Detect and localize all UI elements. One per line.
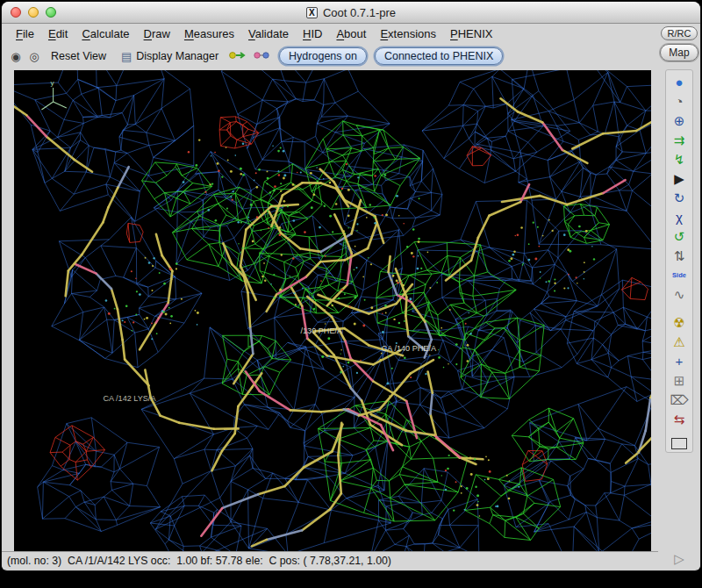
- zoom-button[interactable]: [46, 7, 56, 18]
- real-space-refine-icon[interactable]: ⇉: [668, 131, 691, 149]
- auto-fit-rotamer-icon[interactable]: ↻: [668, 189, 691, 207]
- hydrogens-label: Hydrogens on: [289, 50, 357, 62]
- svg-text:CA /142 LYS/A: CA /142 LYS/A: [103, 394, 156, 403]
- x11-app-icon: X: [306, 7, 318, 18]
- hydrogens-toggle[interactable]: Hydrogens on: [279, 47, 367, 65]
- electron-density-scene[interactable]: y/130 PHE/ACA /140 PHE/ACA /142 LYS/A: [14, 70, 651, 551]
- menu-measures[interactable]: Measures: [177, 25, 241, 42]
- toolbar-separator: [668, 429, 691, 437]
- minimize-button[interactable]: [28, 7, 39, 18]
- status-bar: (mol. no: 3) CA /1/A/142 LYS occ: 1.00 b…: [2, 551, 658, 570]
- toolbar-separator: [668, 305, 691, 312]
- menu-validate[interactable]: Validate: [241, 25, 296, 42]
- add-terminal-residue-icon[interactable]: +: [668, 352, 691, 370]
- rrc-button[interactable]: R/RC: [661, 26, 698, 40]
- undo-redo-icon[interactable]: ⇆: [668, 410, 691, 428]
- display-manager-button[interactable]: ▤ Display Manager: [116, 48, 224, 65]
- menu-edit[interactable]: Edit: [41, 25, 75, 42]
- rotate-translate-icon[interactable]: ⊕: [668, 111, 691, 130]
- flip-peptide-icon[interactable]: ⇅: [668, 247, 691, 265]
- main-toolbar: ◉ ◎ Reset View ▤ Display Manager: [2, 44, 658, 68]
- menu-calculate[interactable]: Calculate: [75, 25, 136, 42]
- display-manager-icon: ▤: [121, 50, 132, 63]
- menubar: FileEditCalculateDrawMeasuresValidateHID…: [2, 24, 658, 44]
- edit-chi-angles-icon[interactable]: χ: [668, 208, 691, 226]
- coot-window: X Coot 0.7.1-pre FileEditCalculateDrawMe…: [2, 2, 700, 570]
- menu-phenix[interactable]: PHENIX: [443, 25, 499, 42]
- molecule-icon[interactable]: [252, 49, 271, 64]
- goto-atom-icon[interactable]: [228, 49, 247, 64]
- svg-text:y: y: [51, 79, 54, 87]
- menu-about[interactable]: About: [329, 25, 373, 42]
- modelling-toolbar: ●◔⊕⇉↯▶↻χ↺⇅Side∿☢⚠+⊞⌦⇆: [665, 69, 693, 453]
- phenix-connection-label: Connected to PHENIX: [384, 50, 493, 62]
- torsion-general-icon[interactable]: ↺: [668, 227, 691, 246]
- backbone-edit-icon[interactable]: ∿: [668, 285, 691, 304]
- reset-view-button[interactable]: Reset View: [46, 48, 111, 64]
- side-chain-flip-icon[interactable]: Side: [668, 266, 691, 284]
- target-icon[interactable]: ◎: [27, 49, 41, 63]
- rigid-body-fit-icon[interactable]: ▶: [668, 169, 691, 188]
- window-title-text: Coot 0.7.1-pre: [323, 6, 396, 19]
- window-title: X Coot 0.7.1-pre: [2, 2, 700, 23]
- clock-icon[interactable]: ◔: [668, 92, 691, 111]
- phenix-connection-toggle[interactable]: Connected to PHENIX: [375, 47, 503, 65]
- rrc-label: R/RC: [668, 28, 691, 39]
- menu-draw[interactable]: Draw: [137, 25, 177, 42]
- sphere-refine-icon[interactable]: ●: [668, 73, 691, 91]
- close-button[interactable]: [11, 7, 21, 18]
- display-manager-label: Display Manager: [136, 50, 218, 62]
- delete-item-icon[interactable]: ⌦: [668, 391, 691, 409]
- menu-hid[interactable]: HID: [296, 25, 329, 42]
- status-text: (mol. no: 3) CA /1/A/142 LYS occ: 1.00 b…: [7, 555, 391, 567]
- svg-text:/130 PHE/A: /130 PHE/A: [300, 326, 343, 335]
- refresh-icon[interactable]: ◉: [9, 49, 23, 63]
- titlebar[interactable]: X Coot 0.7.1-pre: [2, 2, 700, 24]
- mutate-icon[interactable]: ☢: [668, 313, 691, 332]
- map-button[interactable]: Map: [660, 44, 698, 61]
- add-alt-conf-icon[interactable]: ⊞: [668, 371, 691, 390]
- traffic-lights: [2, 7, 56, 18]
- menu-file[interactable]: File: [9, 25, 41, 42]
- display-manager-flag-icon[interactable]: [671, 438, 687, 449]
- svg-text:CA /140 PHE/A: CA /140 PHE/A: [382, 344, 437, 353]
- status-play-icon[interactable]: ▷: [674, 551, 684, 567]
- mutate-autofit-icon[interactable]: ⚠: [668, 333, 691, 351]
- reset-view-label: Reset View: [51, 50, 106, 62]
- map-label: Map: [669, 47, 689, 59]
- regularize-icon[interactable]: ↯: [668, 150, 691, 169]
- molecular-viewport[interactable]: y/130 PHE/ACA /140 PHE/ACA /142 LYS/A: [14, 70, 651, 551]
- menu-extensions[interactable]: Extensions: [373, 25, 443, 42]
- right-panel: R/RC Map ●◔⊕⇉↯▶↻χ↺⇅Side∿☢⚠+⊞⌦⇆ ▷: [658, 24, 700, 570]
